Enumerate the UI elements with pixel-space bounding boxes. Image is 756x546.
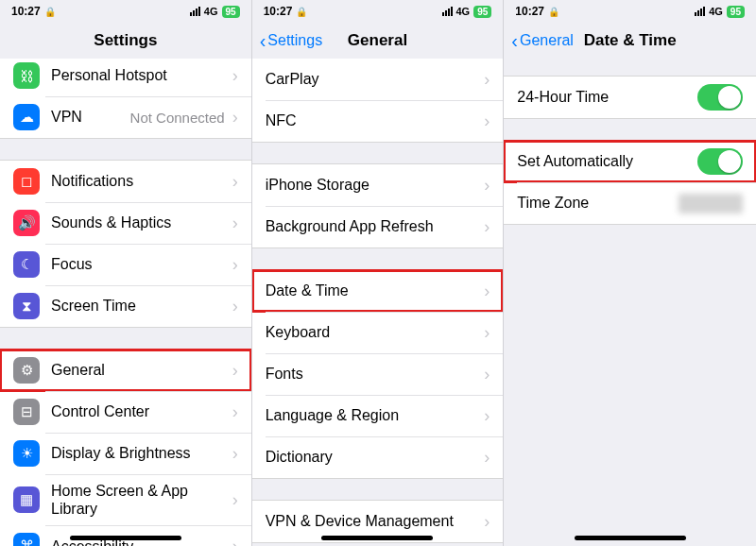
accessibility-icon: ⌘ <box>13 533 40 546</box>
row-label: Language & Region <box>266 406 477 424</box>
group-carplay: CarPlay›NFC› <box>252 59 504 143</box>
chevron-right-icon: › <box>232 361 238 381</box>
row-nfc[interactable]: NFC› <box>252 100 504 142</box>
lock-icon: 🔒 <box>548 7 559 17</box>
network-label: 4G <box>204 6 218 17</box>
row-24hour[interactable]: 24-Hour Time <box>504 77 756 118</box>
row-label: iPhone Storage <box>266 176 477 194</box>
chevron-right-icon: › <box>232 490 238 510</box>
page-title: Settings <box>94 31 157 50</box>
row-carplay[interactable]: CarPlay› <box>252 59 504 100</box>
row-control-center[interactable]: ⊟Control Center› <box>0 391 251 433</box>
row-label: 24-Hour Time <box>517 88 697 106</box>
row-value: Not Connected <box>130 110 225 126</box>
chevron-right-icon: › <box>484 448 490 468</box>
row-background-app-refresh[interactable]: Background App Refresh› <box>252 206 504 247</box>
general-icon: ⚙ <box>13 357 40 384</box>
status-bar: 10:27 🔒 4G 95 <box>252 0 504 23</box>
group-notifications: ◻Notifications›🔊Sounds & Haptics›☾Focus›… <box>0 160 251 328</box>
chevron-right-icon: › <box>484 282 490 301</box>
row-label: Control Center <box>51 402 225 420</box>
row-iphone-storage[interactable]: iPhone Storage› <box>252 164 504 206</box>
toggle-24hour[interactable] <box>697 84 743 111</box>
network-label: 4G <box>456 6 471 17</box>
battery-badge: 95 <box>473 6 491 18</box>
back-button[interactable]: ‹ Settings <box>260 31 322 50</box>
home-indicator[interactable] <box>321 536 433 540</box>
page-title: General <box>348 31 407 50</box>
status-bar: 10:27 🔒 4G 95 <box>0 0 251 23</box>
home-indicator[interactable] <box>575 536 686 540</box>
home-indicator[interactable] <box>70 536 181 540</box>
signal-icon <box>695 7 705 16</box>
row-label: Fonts <box>266 365 477 383</box>
group-general: ⚙General›⊟Control Center›☀Display & Brig… <box>0 349 251 546</box>
row-label: Background App Refresh <box>266 217 477 235</box>
lock-icon: 🔒 <box>44 7 56 17</box>
toggle-set-automatically[interactable] <box>697 148 743 175</box>
nav-bar: ‹ General Date & Time <box>504 23 756 59</box>
row-label: Dictionary <box>266 448 477 466</box>
row-vpn[interactable]: ☁VPNNot Connected› <box>0 96 251 138</box>
row-label: Time Zone <box>517 194 673 212</box>
chevron-right-icon: › <box>232 255 238 275</box>
phone-datetime: 10:27 🔒 4G 95 ‹ General Date & Time 24-H… <box>504 0 756 546</box>
chevron-right-icon: › <box>232 297 238 316</box>
row-label: Display & Brightness <box>51 444 225 462</box>
row-set-automatically[interactable]: Set Automatically <box>504 141 756 182</box>
battery-badge: 95 <box>222 6 240 18</box>
row-label: Screen Time <box>51 297 225 315</box>
vpn-icon: ☁ <box>13 104 40 130</box>
nav-bar: Settings <box>0 23 251 59</box>
row-focus[interactable]: ☾Focus› <box>0 244 251 285</box>
group-24h: 24-Hour Time <box>504 76 756 119</box>
chevron-right-icon: › <box>232 213 238 233</box>
row-fonts[interactable]: Fonts› <box>252 353 504 395</box>
lock-icon: 🔒 <box>296 7 307 17</box>
chevron-right-icon: › <box>232 402 238 422</box>
row-notifications[interactable]: ◻Notifications› <box>0 161 251 202</box>
row-label: General <box>51 361 225 379</box>
chevron-right-icon: › <box>484 323 490 343</box>
chevron-right-icon: › <box>484 70 490 90</box>
row-language-region[interactable]: Language & Region› <box>252 395 504 436</box>
row-screen-time[interactable]: ⧗Screen Time› <box>0 285 251 327</box>
row-label: CarPlay <box>266 70 477 88</box>
chevron-right-icon: › <box>232 444 238 464</box>
back-label: Settings <box>267 32 322 49</box>
phone-general: 10:27 🔒 4G 95 ‹ Settings General CarPlay… <box>252 0 505 546</box>
row-display-brightness[interactable]: ☀Display & Brightness› <box>0 433 251 474</box>
screen-time-icon: ⧗ <box>13 293 40 319</box>
phone-settings: 10:27 🔒 4G 95 Settings ⛓Personal Hotspot… <box>0 0 252 546</box>
group-network: ⛓Personal Hotspot›☁VPNNot Connected› <box>0 55 251 139</box>
row-general[interactable]: ⚙General› <box>0 350 251 391</box>
timezone-value: XXXX <box>679 194 743 213</box>
row-keyboard[interactable]: Keyboard› <box>252 312 504 353</box>
chevron-right-icon: › <box>484 365 490 384</box>
signal-icon <box>190 7 200 16</box>
row-date-time[interactable]: Date & Time› <box>252 270 504 312</box>
status-time: 10:27 <box>515 5 544 18</box>
sounds-haptics-icon: 🔊 <box>13 210 40 236</box>
row-home-screen-app-library[interactable]: ▦Home Screen & App Library› <box>0 474 251 525</box>
signal-icon <box>442 7 453 16</box>
back-button[interactable]: ‹ General <box>511 31 574 50</box>
personal-hotspot-icon: ⛓ <box>13 62 40 89</box>
control-center-icon: ⊟ <box>13 399 40 425</box>
row-dictionary[interactable]: Dictionary› <box>252 436 504 478</box>
row-label: Date & Time <box>266 282 477 299</box>
battery-badge: 95 <box>727 6 745 18</box>
row-label: VPN <box>51 108 125 126</box>
page-title: Date & Time <box>584 31 677 50</box>
status-bar: 10:27 🔒 4G 95 <box>504 0 756 23</box>
chevron-right-icon: › <box>484 512 490 532</box>
row-timezone[interactable]: Time Zone XXXX <box>504 182 756 224</box>
chevron-right-icon: › <box>232 108 238 128</box>
row-label: Set Automatically <box>517 152 697 170</box>
row-label: Personal Hotspot <box>51 66 225 84</box>
chevron-right-icon: › <box>232 537 238 546</box>
row-sounds-haptics[interactable]: 🔊Sounds & Haptics› <box>0 202 251 244</box>
row-personal-hotspot[interactable]: ⛓Personal Hotspot› <box>0 55 251 96</box>
group-set-auto: Set Automatically Time Zone XXXX <box>504 140 756 225</box>
chevron-right-icon: › <box>232 66 238 86</box>
